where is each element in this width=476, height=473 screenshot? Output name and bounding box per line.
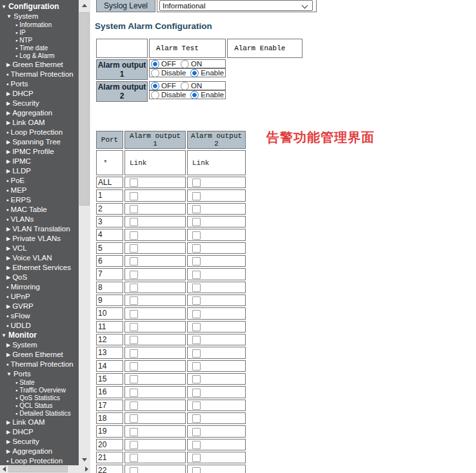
alarm1-checkbox[interactable] [130, 192, 138, 200]
alarm1-checkbox[interactable] [130, 179, 138, 187]
alarm2-checkbox[interactable] [192, 179, 201, 187]
tree-state-icon[interactable] [6, 128, 9, 137]
alarm2-checkbox[interactable] [192, 362, 201, 371]
alarm1-checkbox[interactable] [130, 231, 138, 240]
tree-state-icon[interactable] [6, 456, 9, 465]
tree-state-icon[interactable] [6, 118, 10, 128]
alarm1-disable-radio[interactable] [151, 69, 159, 77]
nav-tree-item[interactable]: Mirroring [0, 282, 79, 292]
nav-tree-item[interactable]: Ports [0, 79, 79, 89]
nav-tree-item[interactable]: System [0, 340, 79, 350]
tree-state-icon[interactable] [6, 60, 10, 70]
horizontal-scroll-thumb[interactable] [8, 466, 68, 472]
alarm2-checkbox[interactable] [192, 257, 201, 265]
tree-state-icon[interactable] [6, 176, 9, 186]
alarm1-checkbox[interactable] [130, 257, 138, 265]
alarm2-checkbox[interactable] [192, 284, 201, 292]
alarm1-enable-radio[interactable] [190, 69, 199, 77]
alarm1-checkbox[interactable] [130, 441, 138, 449]
tree-state-icon[interactable] [6, 166, 10, 176]
alarm2-checkbox[interactable] [192, 467, 201, 473]
tree-state-icon[interactable] [15, 29, 17, 37]
alarm1-checkbox[interactable] [130, 414, 138, 423]
tree-state-icon[interactable] [15, 402, 17, 410]
nav-tree-item[interactable]: Security [0, 437, 79, 447]
alarm1-checkbox[interactable] [130, 467, 138, 473]
alarm2-checkbox[interactable] [192, 428, 201, 436]
tree-state-icon[interactable] [6, 89, 10, 99]
tree-state-icon[interactable] [6, 350, 10, 360]
alarm1-checkbox[interactable] [130, 401, 138, 410]
alarm2-checkbox[interactable] [192, 218, 201, 226]
nav-tree-item[interactable]: Link OAM [0, 418, 79, 427]
alarm2-checkbox[interactable] [192, 336, 201, 344]
tree-state-icon[interactable] [6, 205, 9, 215]
scroll-down-button[interactable] [79, 454, 90, 465]
nav-tree-item[interactable]: Loop Protection [0, 128, 79, 137]
tree-state-icon[interactable] [6, 108, 10, 118]
nav-tree-item[interactable]: Link OAM [0, 118, 79, 128]
nav-tree-item[interactable]: NTP [0, 37, 79, 44]
tree-state-icon[interactable] [6, 360, 9, 369]
tree-state-icon[interactable] [15, 37, 17, 44]
nav-tree-item[interactable]: MEP [0, 186, 79, 195]
tree-state-icon[interactable] [6, 253, 10, 263]
alarm2-checkbox[interactable] [192, 244, 201, 253]
tree-state-icon[interactable] [6, 157, 10, 166]
nav-tree-item[interactable]: LLDP [0, 166, 79, 176]
nav-tree-item[interactable]: Traffic Overview [0, 387, 79, 394]
nav-tree-item[interactable]: State [0, 379, 79, 387]
nav-tree-item[interactable]: Detailed Statistics [0, 410, 79, 418]
tree-state-icon[interactable] [6, 321, 9, 331]
nav-tree-item[interactable]: Time date [0, 44, 79, 52]
tree-state-icon[interactable] [6, 427, 10, 437]
scroll-up-button[interactable] [79, 0, 90, 11]
alarm1-checkbox[interactable] [130, 428, 138, 436]
scroll-right-button[interactable] [83, 465, 90, 473]
tree-state-icon[interactable] [6, 224, 10, 234]
alarm2-off-radio[interactable] [151, 82, 159, 90]
alarm1-checkbox[interactable] [130, 296, 138, 305]
alarm1-checkbox[interactable] [130, 349, 138, 358]
nav-tree-item[interactable]: PoE [0, 176, 79, 186]
scroll-left-button[interactable] [0, 465, 8, 473]
nav-tree-item[interactable]: QoS Statistics [0, 394, 79, 402]
nav-tree-item[interactable]: Information [0, 21, 79, 29]
tree-state-icon[interactable] [6, 12, 12, 21]
alarm1-checkbox[interactable] [130, 284, 138, 292]
nav-tree-item[interactable]: QCL Status [0, 402, 79, 410]
tree-state-icon[interactable] [6, 369, 12, 379]
tree-state-icon[interactable] [6, 302, 10, 311]
tree-state-icon[interactable] [6, 99, 10, 108]
tree-state-icon[interactable] [6, 311, 9, 321]
nav-tree-item[interactable]: IP [0, 29, 79, 37]
alarm2-checkbox[interactable] [192, 323, 201, 331]
nav-vertical-scrollbar[interactable] [79, 0, 90, 465]
tree-state-icon[interactable] [6, 418, 10, 427]
alarm2-checkbox[interactable] [192, 310, 201, 318]
tree-state-icon[interactable] [6, 70, 9, 79]
alarm1-checkbox[interactable] [130, 336, 138, 344]
tree-state-icon[interactable] [6, 215, 9, 224]
tree-state-icon[interactable] [1, 2, 6, 12]
nav-tree-item[interactable]: Thermal Protection [0, 70, 79, 79]
alarm2-checkbox[interactable] [192, 389, 201, 397]
alarm2-checkbox[interactable] [192, 414, 201, 423]
alarm2-on-radio[interactable] [181, 82, 189, 90]
nav-tree-item[interactable]: Voice VLAN [0, 253, 79, 263]
nav-tree-item[interactable]: UDLD [0, 321, 79, 331]
alarm2-checkbox[interactable] [192, 192, 201, 200]
alarm2-checkbox[interactable] [192, 296, 201, 305]
alarm1-checkbox[interactable] [130, 244, 138, 253]
tree-state-icon[interactable] [6, 273, 10, 282]
nav-tree-item[interactable]: Ethernet Services [0, 263, 79, 273]
tree-state-icon[interactable] [15, 21, 17, 29]
tree-state-icon[interactable] [6, 234, 10, 244]
alarm2-checkbox[interactable] [192, 454, 201, 462]
nav-tree-item[interactable]: System [0, 12, 79, 21]
nav-horizontal-scrollbar[interactable] [0, 465, 90, 473]
alarm1-checkbox[interactable] [130, 362, 138, 371]
nav-tree-item[interactable]: DHCP [0, 89, 79, 99]
nav-tree-item[interactable]: Spanning Tree [0, 137, 79, 147]
nav-tree-item[interactable]: Aggregation [0, 447, 79, 456]
